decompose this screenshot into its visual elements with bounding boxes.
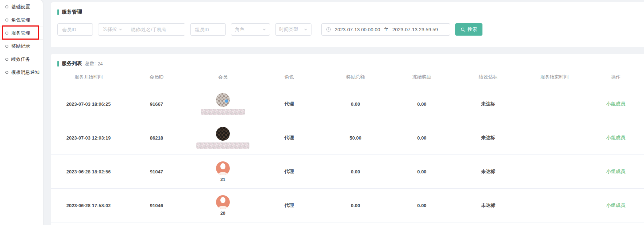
member-name-redacted <box>196 142 249 149</box>
cell-start-time: 2023-06-28 18:02:56 <box>54 169 123 174</box>
radio-circle-icon <box>5 45 8 48</box>
table-row: 2023-06-28 17:58:029104620代理0.000.00未达标小… <box>51 189 644 222</box>
column-header: 绩效达标 <box>455 74 521 80</box>
cell-start-time: 2023-06-28 17:58:02 <box>54 203 123 208</box>
cell-start-time: 2023-07-03 18:06:25 <box>54 101 123 107</box>
date-range-picker[interactable]: 2023-07-13 00:00:00 至 2023-07-13 23:59:5… <box>321 23 450 36</box>
cell-start-time: 2023-07-03 12:03:19 <box>54 135 123 141</box>
column-header: 操作 <box>588 74 644 80</box>
radio-circle-icon <box>5 32 8 35</box>
date-separator: 至 <box>384 26 389 33</box>
member-avatar <box>216 127 230 141</box>
select-by-label: 选择按 <box>103 26 117 33</box>
cell-frozen-reward: 0.00 <box>389 169 455 174</box>
card-gap <box>51 47 644 54</box>
date-end-value: 2023-07-13 23:59:59 <box>392 27 438 32</box>
group-members-link[interactable]: 小组成员 <box>588 134 644 141</box>
table-title: 服务列表 <box>62 60 82 67</box>
column-header: 服务开始时间 <box>54 74 123 80</box>
cell-member <box>190 93 256 115</box>
page: 基础设置 角色管理 服务管理 奖励记录 绩效任务 模板消息通知 服务管理 <box>0 0 644 225</box>
keyword-input[interactable] <box>127 24 185 35</box>
cell-member: 21 <box>190 161 256 182</box>
main-content: 服务管理 选择按 角色 时间类型 <box>51 0 644 225</box>
sidebar-item-label: 服务管理 <box>11 30 30 36</box>
cell-reward-total: 50.00 <box>322 135 389 141</box>
sidebar-item-service-management[interactable]: 服务管理 <box>0 27 43 40</box>
column-header: 奖励总额 <box>322 74 389 80</box>
column-header: 角色 <box>256 74 322 80</box>
sidebar-item-performance-tasks[interactable]: 绩效任务 <box>0 53 43 66</box>
sidebar-item-template-notifications[interactable]: 模板消息通知 <box>0 66 43 79</box>
total-value: 24 <box>98 61 103 67</box>
cell-role: 代理 <box>256 134 322 141</box>
column-header: 会员ID <box>123 74 190 80</box>
cell-member <box>190 127 256 149</box>
total-label: 总数: <box>85 60 96 67</box>
role-select-label: 角色 <box>235 26 244 33</box>
member-name-redacted <box>201 109 245 115</box>
cell-reward-total: 0.00 <box>322 101 389 107</box>
sidebar-item-reward-records[interactable]: 奖励记录 <box>0 40 43 53</box>
table-row: 2023-07-03 18:06:2591667代理0.000.00未达标小组成… <box>51 87 644 121</box>
radio-circle-icon <box>5 58 8 61</box>
cell-role: 代理 <box>256 101 322 107</box>
accent-bar-icon <box>57 9 59 15</box>
table-card: 服务列表 总数: 24 服务开始时间 会员ID 会员 角色 奖励总额 冻结奖励 … <box>51 54 644 225</box>
cell-member: 20 <box>190 195 256 216</box>
role-select[interactable]: 角色 <box>231 23 270 36</box>
chevron-down-icon <box>262 28 266 31</box>
cell-member-id: 91046 <box>123 203 190 208</box>
table-header-row: 服务开始时间 会员ID 会员 角色 奖励总额 冻结奖励 绩效达标 服务结束时间 … <box>51 67 644 87</box>
radio-circle-icon <box>5 19 8 21</box>
sidebar-item-label: 角色管理 <box>11 17 30 23</box>
cell-frozen-reward: 0.00 <box>389 101 455 107</box>
group-member-id-input[interactable] <box>190 23 226 36</box>
sidebar: 基础设置 角色管理 服务管理 奖励记录 绩效任务 模板消息通知 <box>0 0 43 225</box>
cell-frozen-reward: 0.00 <box>389 203 455 208</box>
group-members-link[interactable]: 小组成员 <box>588 202 644 209</box>
keyword-combo: 选择按 <box>98 23 185 36</box>
accent-bar-icon <box>57 61 59 67</box>
cell-reward-total: 0.00 <box>322 203 389 208</box>
search-button-label: 搜索 <box>468 26 477 33</box>
group-members-link[interactable]: 小组成员 <box>588 168 644 175</box>
sidebar-item-label: 基础设置 <box>11 4 30 10</box>
sidebar-item-role-management[interactable]: 角色管理 <box>0 13 43 27</box>
column-header: 服务结束时间 <box>521 74 588 80</box>
cell-reward-total: 0.00 <box>322 169 389 174</box>
sidebar-item-basic-settings[interactable]: 基础设置 <box>0 0 43 13</box>
group-members-link[interactable]: 小组成员 <box>588 101 644 107</box>
member-avatar <box>216 195 230 209</box>
table-body: 2023-07-03 18:06:2591667代理0.000.00未达标小组成… <box>51 87 644 222</box>
filter-row: 选择按 角色 时间类型 202 <box>57 23 644 36</box>
sidebar-item-label: 绩效任务 <box>11 56 30 63</box>
chevron-down-icon <box>304 28 307 31</box>
search-icon <box>461 27 465 32</box>
sidebar-item-label: 奖励记录 <box>11 43 30 49</box>
column-header: 会员 <box>190 74 256 80</box>
cell-member-id: 86218 <box>123 135 190 141</box>
chevron-down-icon <box>119 28 122 31</box>
member-name: 21 <box>220 177 225 182</box>
cell-member-id: 91047 <box>123 169 190 174</box>
cell-performance: 未达标 <box>455 134 521 141</box>
cell-performance: 未达标 <box>455 202 521 209</box>
time-type-select-label: 时间类型 <box>279 26 298 33</box>
filter-card: 服务管理 选择按 角色 时间类型 <box>51 2 644 47</box>
table-card-title: 服务列表 总数: 24 <box>51 54 644 67</box>
clock-icon <box>326 27 331 32</box>
member-avatar <box>216 93 230 107</box>
column-header: 冻结奖励 <box>389 74 455 80</box>
table-row: 2023-06-28 18:02:569104721代理0.000.00未达标小… <box>51 155 644 189</box>
select-by-dropdown[interactable]: 选择按 <box>98 24 127 35</box>
search-button[interactable]: 搜索 <box>455 23 482 36</box>
member-name: 20 <box>220 211 225 216</box>
cell-performance: 未达标 <box>455 101 521 107</box>
time-type-select[interactable]: 时间类型 <box>275 23 311 36</box>
cell-member-id: 91667 <box>123 101 190 107</box>
radio-circle-icon <box>5 71 8 74</box>
cell-performance: 未达标 <box>455 168 521 175</box>
cell-frozen-reward: 0.00 <box>389 135 455 141</box>
member-id-input[interactable] <box>57 23 93 36</box>
